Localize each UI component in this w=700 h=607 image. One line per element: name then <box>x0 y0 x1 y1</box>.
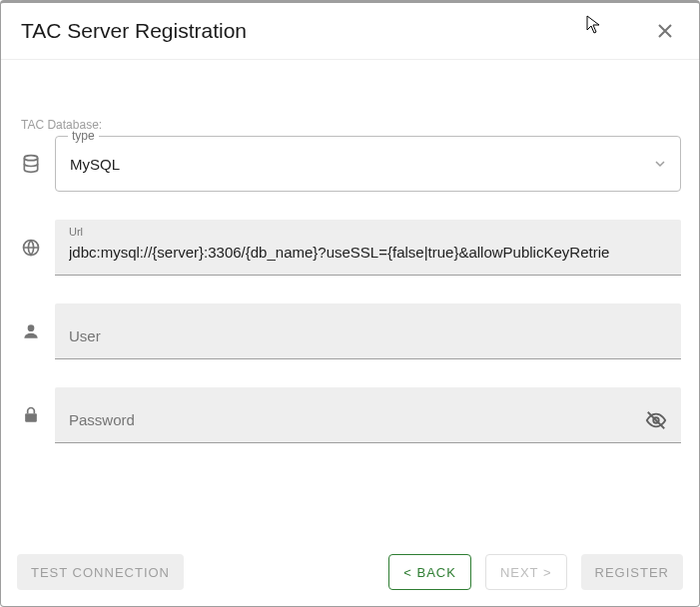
user-row: User <box>19 304 681 359</box>
dialog-content: TAC Database: type MySQL Url jdbc:mysql:… <box>1 60 699 541</box>
db-type-label: type <box>68 129 99 143</box>
db-type-row: type MySQL <box>19 136 681 192</box>
eye-off-icon <box>645 409 667 431</box>
url-field[interactable]: Url jdbc:mysql://{server}:3306/{db_name}… <box>55 220 681 276</box>
test-connection-button[interactable]: TEST CONNECTION <box>17 554 184 590</box>
password-row: Password <box>19 387 681 443</box>
user-placeholder: User <box>69 327 667 344</box>
db-type-value: MySQL <box>70 156 654 173</box>
url-label: Url <box>69 226 83 238</box>
toggle-password-visibility[interactable] <box>645 409 667 431</box>
url-value: jdbc:mysql://{server}:3306/{db_name}?use… <box>69 244 667 261</box>
svg-point-2 <box>28 324 35 331</box>
lock-icon <box>19 405 43 425</box>
dialog-title: TAC Server Registration <box>21 19 247 43</box>
user-icon <box>19 321 43 341</box>
close-button[interactable] <box>651 17 679 45</box>
next-button[interactable]: NEXT > <box>485 554 567 590</box>
registration-dialog: TAC Server Registration TAC Database: ty… <box>0 0 700 607</box>
dialog-footer: TEST CONNECTION < BACK NEXT > REGISTER <box>1 541 699 606</box>
chevron-down-icon <box>654 158 666 170</box>
close-icon <box>657 23 673 39</box>
section-label: TAC Database: <box>19 118 681 132</box>
globe-icon <box>19 238 43 258</box>
svg-point-0 <box>24 156 37 161</box>
user-field[interactable]: User <box>55 304 681 359</box>
register-button[interactable]: REGISTER <box>581 554 683 590</box>
database-icon <box>19 154 43 174</box>
dialog-header: TAC Server Registration <box>1 3 699 60</box>
db-type-select[interactable]: type MySQL <box>55 136 681 192</box>
url-row: Url jdbc:mysql://{server}:3306/{db_name}… <box>19 220 681 276</box>
svg-rect-3 <box>25 413 37 421</box>
back-button[interactable]: < BACK <box>388 554 471 590</box>
password-field[interactable]: Password <box>55 387 681 443</box>
password-placeholder: Password <box>69 411 637 428</box>
